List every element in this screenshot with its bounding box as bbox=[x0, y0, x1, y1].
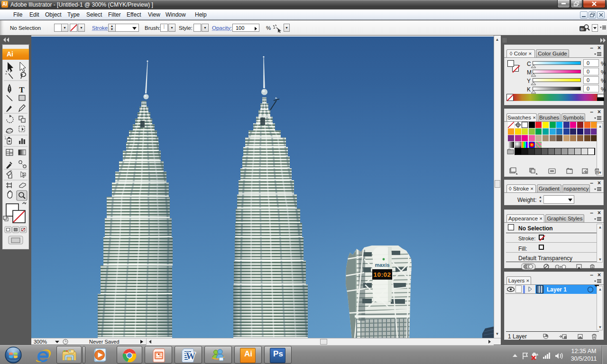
svg-text:T: T bbox=[19, 85, 25, 94]
svg-text:Br: Br bbox=[580, 27, 584, 31]
svg-text:maxis: maxis bbox=[375, 262, 389, 268]
svg-text:W: W bbox=[186, 351, 195, 361]
svg-text:10:02: 10:02 bbox=[373, 271, 391, 278]
